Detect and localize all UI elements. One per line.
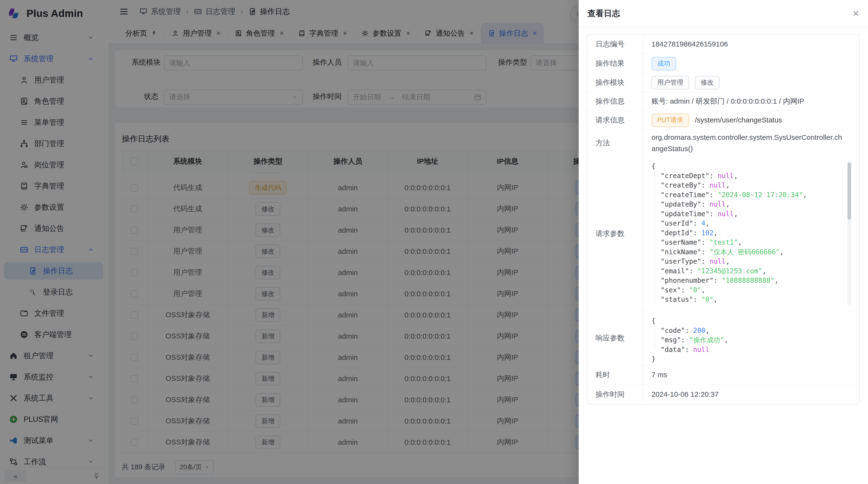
json-line: "email": "12345@1253.com",: [651, 266, 838, 276]
json-line: "msg": "操作成功",: [651, 335, 838, 345]
field-log-id: 日志编号 1842781986426159106: [587, 35, 859, 54]
json-line: }: [651, 354, 838, 364]
field-op-time: 操作时间 2024-10-06 12:20:37: [587, 385, 859, 404]
json-line: {: [651, 161, 838, 171]
field-method: 方法 org.dromara.system.controller.system.…: [587, 130, 859, 157]
indent-guide: [655, 172, 655, 304]
json-line: "userName": "test1",: [651, 238, 838, 247]
json-line: "createDept": null,: [651, 171, 838, 181]
json-line: "sex": "0",: [651, 285, 838, 295]
json-line: "data": null: [651, 345, 838, 355]
field-request: 请求信息 PUT请求 /system/user/changeStatus: [587, 111, 859, 130]
field-op-info: 操作信息 账号: admin / 研发部门 / 0:0:0:0:0:0:0:1 …: [587, 92, 859, 111]
action-tag: 修改: [695, 76, 719, 90]
method-value: org.dromara.system.controller.system.Sys…: [643, 130, 859, 156]
json-line: "createBy": null,: [651, 181, 838, 190]
request-params-json: {"createDept": null,"createBy": null,"cr…: [651, 159, 852, 307]
scrollbar-thumb[interactable]: [847, 162, 851, 220]
json-line: "status": "0",: [651, 295, 838, 304]
op-info-value: 账号: admin / 研发部门 / 0:0:0:0:0:0:0:1 / 内网I…: [643, 92, 859, 110]
duration-value: 7 ms: [643, 365, 859, 384]
close-icon[interactable]: ✕: [852, 9, 860, 18]
module-tag: 用户管理: [651, 76, 689, 90]
log-id-value: 1842781986426159106: [643, 35, 859, 54]
json-line: "code": 200,: [651, 326, 838, 335]
json-line: "deptId": 102,: [651, 228, 838, 238]
json-line: "updateBy": null,: [651, 200, 838, 209]
json-line: {: [651, 316, 838, 326]
field-duration: 耗时 7 ms: [587, 365, 859, 385]
json-line: "phonenumber": "18888888888",: [651, 276, 838, 285]
drawer-title: 查看日志: [587, 8, 620, 19]
put-request-tag: PUT请求: [651, 114, 689, 127]
success-tag: 成功: [651, 57, 676, 70]
op-time-value: 2024-10-06 12:20:37: [643, 385, 859, 404]
view-log-drawer: 查看日志 ✕ 日志编号 1842781986426159106 操作结果 成功 …: [579, 0, 868, 484]
field-module: 操作模块 用户管理 修改: [587, 73, 859, 92]
response-params-json: {"code": 200,"msg": "操作成功","data": null}: [651, 313, 852, 361]
drawer-header: 查看日志 ✕: [579, 0, 868, 27]
json-line: "userType": null,: [651, 257, 838, 266]
log-detail-table: 日志编号 1842781986426159106 操作结果 成功 操作模块 用户…: [587, 34, 860, 405]
field-request-params: 请求参数 {"createDept": null,"createBy": nul…: [587, 157, 859, 311]
json-line: "updateTime": null,: [651, 209, 838, 219]
indent-guide: [655, 326, 655, 350]
field-result: 操作结果 成功: [587, 54, 859, 73]
request-url: /system/user/changeStatus: [695, 115, 782, 126]
json-line: "nickName": "仅本人 密码666666",: [651, 247, 838, 257]
modal-overlay[interactable]: [0, 0, 579, 484]
field-response-params: 响应参数 {"code": 200,"msg": "操作成功","data": …: [587, 311, 859, 365]
json-line: "createTime": "2024-08-12 17:20:34",: [651, 190, 838, 200]
json-line: "userId": 4,: [651, 219, 838, 228]
